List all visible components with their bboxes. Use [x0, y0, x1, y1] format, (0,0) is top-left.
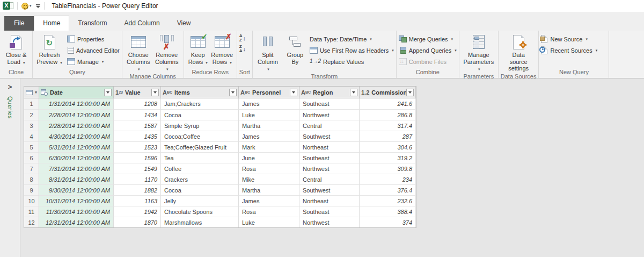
- cell-date[interactable]: 2/28/2014 12:00:00 AM: [39, 120, 114, 131]
- column-header-items[interactable]: ABCItems: [161, 87, 239, 98]
- cell-personnel[interactable]: James: [239, 98, 299, 109]
- cell-value[interactable]: 1882: [114, 184, 161, 195]
- cell-items[interactable]: Cocoa: [161, 184, 239, 195]
- column-header-personnel[interactable]: ABCPersonnel: [239, 87, 299, 98]
- cell-value[interactable]: 1434: [114, 109, 161, 120]
- cell-personnel[interactable]: June: [239, 152, 299, 163]
- cell-personnel[interactable]: Rosa: [239, 206, 299, 217]
- row-number[interactable]: 8: [24, 174, 39, 184]
- cell-commission[interactable]: 319.2: [360, 152, 416, 163]
- tab-file[interactable]: File: [4, 16, 34, 31]
- cell-date[interactable]: 1/31/2014 12:00:00 AM: [39, 98, 114, 109]
- filter-dropdown-button[interactable]: [151, 89, 159, 96]
- cell-personnel[interactable]: Martha: [239, 184, 299, 195]
- cell-items[interactable]: Crackers: [161, 174, 239, 184]
- cell-region[interactable]: Northeast: [299, 195, 360, 206]
- row-number[interactable]: 11: [24, 206, 39, 217]
- cell-date[interactable]: 11/30/2014 12:00:00 AM: [39, 206, 114, 217]
- sort-ascending-button[interactable]: AZ ↓: [239, 34, 246, 42]
- data-source-settings-button[interactable]: Data source settings: [501, 32, 536, 73]
- cell-personnel[interactable]: James: [239, 131, 299, 141]
- cell-items[interactable]: Tea;Coffee;Glazed Fruit: [161, 141, 239, 152]
- row-number[interactable]: 10: [24, 195, 39, 206]
- tab-view[interactable]: View: [169, 16, 200, 31]
- column-header-value[interactable]: 123Value: [114, 87, 161, 98]
- cell-commission[interactable]: 241.6: [360, 98, 416, 109]
- manage-button[interactable]: Manage ▾: [67, 56, 120, 67]
- cell-date[interactable]: 4/30/2014 12:00:00 AM: [39, 131, 114, 141]
- tab-home[interactable]: Home: [34, 16, 69, 31]
- cell-items[interactable]: Simple Syrup: [161, 120, 239, 131]
- cell-items[interactable]: Jelly: [161, 195, 239, 206]
- row-number[interactable]: 2: [24, 109, 39, 120]
- sort-descending-button[interactable]: ZA ↓: [239, 45, 246, 53]
- remove-rows-button[interactable]: ✗ Remove Rows ▾: [210, 32, 235, 66]
- merge-queries-button[interactable]: Merge Queries ▾: [399, 34, 457, 44]
- cell-personnel[interactable]: Luke: [239, 109, 299, 120]
- row-number[interactable]: 7: [24, 163, 39, 174]
- cell-region[interactable]: Southwest: [299, 131, 360, 141]
- close-and-load-button[interactable]: Close & Load ▾: [2, 32, 30, 66]
- cell-date[interactable]: 12/31/2014 12:00:00 AM: [39, 217, 114, 227]
- cell-value[interactable]: 1942: [114, 206, 161, 217]
- cell-value[interactable]: 1208: [114, 98, 161, 109]
- row-number[interactable]: 12: [24, 217, 39, 227]
- cell-commission[interactable]: 374: [360, 217, 416, 227]
- cell-region[interactable]: Northeast: [299, 141, 360, 152]
- cell-date[interactable]: 2/28/2014 12:00:00 AM: [39, 109, 114, 120]
- filter-dropdown-button[interactable]: [290, 89, 297, 96]
- cell-date[interactable]: 8/31/2014 12:00:00 AM: [39, 174, 114, 184]
- cell-personnel[interactable]: Rosa: [239, 163, 299, 174]
- cell-date[interactable]: 9/30/2014 12:00:00 AM: [39, 184, 114, 195]
- filter-dropdown-button[interactable]: [406, 89, 414, 96]
- cell-value[interactable]: 1549: [114, 163, 161, 174]
- cell-items[interactable]: Tea: [161, 152, 239, 163]
- cell-commission[interactable]: 286.8: [360, 109, 416, 120]
- cell-region[interactable]: Southeast: [299, 152, 360, 163]
- cell-region[interactable]: Northwest: [299, 109, 360, 120]
- cell-value[interactable]: 1587: [114, 120, 161, 131]
- keep-rows-button[interactable]: ✓ Keep Rows ▾: [186, 32, 210, 66]
- recent-sources-button[interactable]: Recent Sources ▾: [541, 45, 597, 55]
- cell-personnel[interactable]: Luke: [239, 217, 299, 227]
- cell-personnel[interactable]: Martha: [239, 120, 299, 131]
- column-header-date[interactable]: Date: [39, 87, 114, 98]
- cell-date[interactable]: 10/31/2014 12:00:00 AM: [39, 195, 114, 206]
- row-number[interactable]: 3: [24, 120, 39, 131]
- cell-region[interactable]: Northwest: [299, 163, 360, 174]
- cell-items[interactable]: Jam;Crackers: [161, 98, 239, 109]
- cell-commission[interactable]: 287: [360, 131, 416, 141]
- customize-quick-access-toolbar-button[interactable]: [36, 4, 40, 8]
- choose-columns-button[interactable]: Choose Columns ▾: [125, 32, 152, 73]
- column-header-commission[interactable]: 1.2Commission: [360, 87, 416, 98]
- advanced-editor-button[interactable]: Advanced Editor: [67, 45, 120, 55]
- row-number[interactable]: 1: [24, 98, 39, 109]
- group-by-button[interactable]: Group By: [284, 32, 306, 66]
- row-number[interactable]: 4: [24, 131, 39, 141]
- cell-date[interactable]: 6/30/2014 12:00:00 AM: [39, 152, 114, 163]
- table-options-button[interactable]: ▾: [24, 87, 39, 98]
- cell-items[interactable]: Marshmallows: [161, 217, 239, 227]
- smiley-feedback-button[interactable]: ▾: [21, 3, 32, 10]
- cell-region[interactable]: Southeast: [299, 98, 360, 109]
- properties-button[interactable]: Properties: [67, 34, 120, 44]
- cell-commission[interactable]: 317.4: [360, 120, 416, 131]
- cell-date[interactable]: 7/31/2014 12:00:00 AM: [39, 163, 114, 174]
- tab-transform[interactable]: Transform: [69, 16, 115, 31]
- data-type-button[interactable]: Data Type: Date/Time ▾: [310, 34, 394, 44]
- append-queries-button[interactable]: Append Queries ▾: [399, 45, 457, 55]
- split-column-button[interactable]: Split Column ▾: [255, 32, 281, 73]
- cell-items[interactable]: Cocoa;Coffee: [161, 131, 239, 141]
- cell-value[interactable]: 1870: [114, 217, 161, 227]
- cell-date[interactable]: 5/31/2014 12:00:00 AM: [39, 141, 114, 152]
- cell-commission[interactable]: 376.4: [360, 184, 416, 195]
- row-number[interactable]: 6: [24, 152, 39, 163]
- cell-value[interactable]: 1435: [114, 131, 161, 141]
- cell-region[interactable]: Central: [299, 120, 360, 131]
- cell-commission[interactable]: 304.6: [360, 141, 416, 152]
- cell-personnel[interactable]: Mike: [239, 174, 299, 184]
- cell-personnel[interactable]: James: [239, 195, 299, 206]
- cell-commission[interactable]: 388.4: [360, 206, 416, 217]
- filter-dropdown-button[interactable]: [350, 89, 357, 96]
- new-source-button[interactable]: New Source ▾: [541, 34, 597, 44]
